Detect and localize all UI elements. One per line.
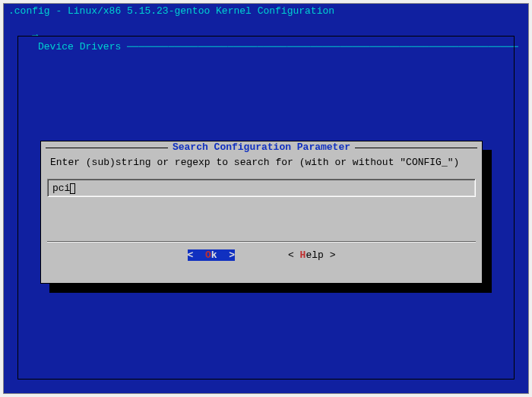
dialog-instruction: Enter (sub)string or regexp to search fo… (41, 155, 482, 170)
help-button[interactable]: < Help > (288, 249, 335, 261)
main-window: .config - Linux/x86 5.15.23-gentoo Kerne… (3, 3, 529, 394)
window-title: .config - Linux/x86 5.15.23-gentoo Kerne… (4, 4, 528, 18)
dialog-title-row: Search Configuration Parameter (41, 141, 482, 155)
text-cursor-icon (70, 183, 75, 194)
search-dialog: Search Configuration Parameter Enter (su… (40, 141, 483, 284)
dialog-title: Search Configuration Parameter (168, 141, 355, 153)
button-row: < Ok > < Help > (41, 242, 482, 261)
search-input[interactable]: pci (47, 179, 476, 197)
search-input-value: pci (52, 183, 70, 194)
ok-button[interactable]: < Ok > (188, 249, 235, 261)
